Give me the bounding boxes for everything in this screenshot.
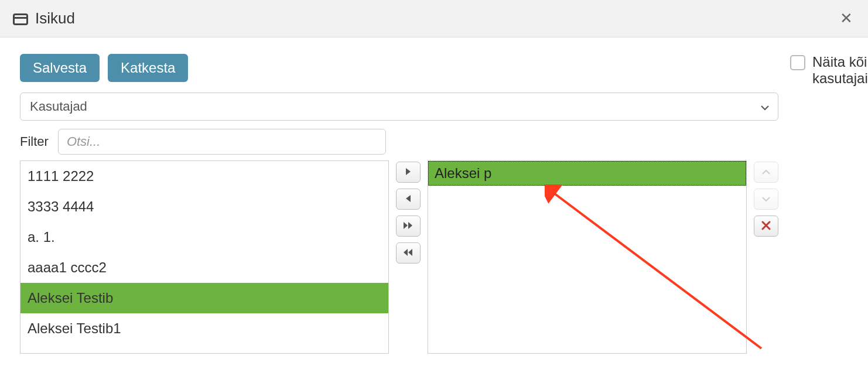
chevron-up-icon xyxy=(761,168,771,177)
available-listbox[interactable]: 1111 22223333 4444a. 1.aaaa1 cccc2Alekse… xyxy=(20,160,389,354)
add-all-button[interactable] xyxy=(396,216,421,237)
picker-row: 1111 22223333 4444a. 1.aaaa1 cccc2Alekse… xyxy=(20,160,778,354)
remove-all-button[interactable] xyxy=(396,242,421,264)
list-item[interactable]: 3333 4444 xyxy=(20,192,388,222)
type-select-wrap: Kasutajad xyxy=(20,93,778,121)
chosen-listbox[interactable]: Aleksei p xyxy=(428,160,747,354)
page-title: Isikud xyxy=(35,9,75,28)
list-item[interactable]: 1111 2222 xyxy=(20,161,388,192)
filter-row: Filter xyxy=(20,129,778,155)
double-triangle-right-icon xyxy=(403,221,414,231)
triangle-right-icon xyxy=(405,167,412,177)
show-all-label: Näita kõikide üksuste kasutajaid/kasutaj… xyxy=(812,54,868,87)
dialog-body: Salvesta Katkesta Kasutajad Filter 1111 … xyxy=(0,37,868,354)
list-item[interactable]: Aleksei p xyxy=(428,161,746,186)
right-column: Näita kõikide üksuste kasutajaid/kasutaj… xyxy=(790,54,868,87)
window-icon xyxy=(13,13,28,25)
dialog-header: Isikud ✕ xyxy=(0,0,868,37)
move-down-button[interactable] xyxy=(754,189,778,210)
cancel-button[interactable]: Katkesta xyxy=(108,54,188,82)
move-up-button[interactable] xyxy=(754,162,778,183)
chevron-down-icon xyxy=(761,195,771,204)
save-button[interactable]: Salvesta xyxy=(20,54,100,82)
triangle-left-icon xyxy=(405,194,412,204)
list-item[interactable]: Aleksei New xyxy=(20,344,388,353)
double-triangle-left-icon xyxy=(403,248,414,258)
list-item[interactable]: aaaa1 cccc2 xyxy=(20,252,388,283)
reorder-buttons xyxy=(754,160,778,237)
header-left: Isikud xyxy=(13,9,75,28)
delete-button[interactable] xyxy=(754,216,778,237)
filter-label: Filter xyxy=(20,134,49,149)
search-input[interactable] xyxy=(58,129,386,155)
x-icon xyxy=(761,220,771,232)
transfer-buttons xyxy=(396,160,421,264)
show-all-checkbox[interactable] xyxy=(790,55,805,70)
close-icon[interactable]: ✕ xyxy=(838,7,855,30)
list-item[interactable]: Aleksei Testib1 xyxy=(20,313,388,344)
left-column: Salvesta Katkesta Kasutajad Filter 1111 … xyxy=(20,54,778,354)
add-button[interactable] xyxy=(396,162,421,183)
show-all-checkbox-row[interactable]: Näita kõikide üksuste kasutajaid/kasutaj… xyxy=(790,54,868,87)
button-row: Salvesta Katkesta xyxy=(20,54,778,82)
type-select[interactable]: Kasutajad xyxy=(20,93,778,121)
list-item[interactable]: Aleksei Testib xyxy=(20,283,388,313)
list-item[interactable]: a. 1. xyxy=(20,222,388,252)
remove-button[interactable] xyxy=(396,189,421,210)
